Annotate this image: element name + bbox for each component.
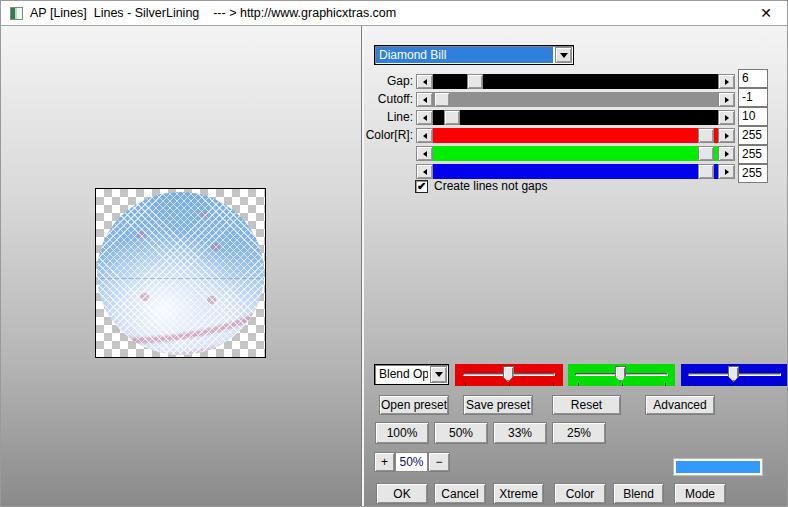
preset-dropdown[interactable]: Diamond Bill (374, 45, 574, 65)
arrow-left-icon (423, 79, 427, 85)
slider-thumb[interactable] (698, 146, 714, 161)
progress-bar-fill (676, 461, 760, 473)
color-g-slider[interactable] (416, 146, 735, 161)
slider-left-arrow[interactable] (416, 128, 433, 143)
color-button[interactable]: Color (554, 483, 606, 504)
arrow-left-icon (423, 115, 427, 121)
line-label: Line: (331, 110, 413, 125)
zoom-50-button[interactable]: 50% (434, 422, 488, 444)
tick-mark (665, 383, 666, 386)
slider-thumb[interactable] (698, 164, 714, 179)
title-bar: AP [Lines] Lines - SilverLining --- > ht… (1, 1, 787, 25)
diamond-lattice-overlay (97, 192, 264, 355)
create-lines-checkbox-row: ✔ Create lines not gaps (415, 179, 547, 193)
gap-value-field[interactable]: 6 (738, 69, 768, 88)
slider-track[interactable] (433, 74, 718, 89)
blend-options-dropdown[interactable]: Blend Opti (374, 364, 449, 385)
arrow-right-icon (725, 151, 729, 157)
slider-right-arrow[interactable] (718, 164, 735, 179)
zoom-100-button[interactable]: 100% (375, 422, 429, 444)
xtreme-button[interactable]: Xtreme (493, 483, 544, 504)
slider-left-arrow[interactable] (416, 110, 433, 125)
slider-track[interactable] (433, 164, 718, 179)
window-title: AP [Lines] Lines - SilverLining --- > ht… (30, 6, 396, 20)
arrow-left-icon (423, 151, 427, 157)
arrow-right-icon (725, 79, 729, 85)
preset-dropdown-value: Diamond Bill (376, 47, 553, 63)
slider-right-arrow[interactable] (718, 92, 735, 107)
slider-left-arrow[interactable] (416, 74, 433, 89)
tick-mark (465, 383, 466, 386)
reset-button[interactable]: Reset (552, 395, 621, 415)
arrow-right-icon (725, 133, 729, 139)
slider-thumb[interactable] (467, 74, 483, 89)
close-icon[interactable]: ✕ (755, 3, 777, 23)
preset-dropdown-button[interactable] (555, 47, 572, 63)
slider-thumb[interactable] (434, 92, 450, 107)
blue-trackbar[interactable] (681, 364, 788, 386)
slider-track[interactable] (433, 92, 718, 107)
blend-options-button[interactable] (430, 366, 447, 383)
trackbar-thumb[interactable] (615, 366, 626, 382)
slider-track[interactable] (433, 110, 718, 125)
trackbar-thumb[interactable] (503, 366, 514, 382)
zoom-decrease-button[interactable]: − (428, 452, 450, 472)
tick-mark (622, 383, 623, 386)
chevron-down-icon (435, 372, 443, 377)
blend-button[interactable]: Blend (613, 483, 664, 504)
slider-thumb[interactable] (444, 110, 460, 125)
mode-button[interactable]: Mode (674, 483, 726, 504)
slider-right-arrow[interactable] (718, 74, 735, 89)
chevron-down-icon (560, 53, 568, 58)
tick-mark (778, 383, 779, 386)
slider-right-arrow[interactable] (718, 128, 735, 143)
plugin-window: AP [Lines] Lines - SilverLining --- > ht… (0, 0, 788, 507)
arrow-left-icon (423, 169, 427, 175)
cutoff-label: Cutoff: (331, 92, 413, 107)
tick-mark (735, 383, 736, 386)
zoom-25-button[interactable]: 25% (552, 422, 606, 444)
tick-mark (509, 383, 510, 386)
zoom-33-button[interactable]: 33% (493, 422, 547, 444)
app-icon (10, 7, 23, 20)
create-lines-checkbox[interactable]: ✔ (415, 180, 428, 193)
trackbar-thumb[interactable] (728, 366, 739, 382)
ok-button[interactable]: OK (376, 483, 428, 504)
green-trackbar[interactable] (568, 364, 675, 386)
open-preset-button[interactable]: Open preset (379, 395, 449, 415)
color-b-value-field[interactable]: 255 (738, 164, 768, 183)
slider-left-arrow[interactable] (416, 92, 433, 107)
line-slider[interactable] (416, 110, 735, 125)
color-r-label: Color[R]: (331, 128, 413, 143)
gap-slider[interactable] (416, 74, 735, 89)
arrow-left-icon (423, 133, 427, 139)
cutoff-value-field[interactable]: -1 (738, 88, 768, 107)
red-trackbar[interactable] (455, 364, 563, 386)
slider-track[interactable] (433, 128, 718, 143)
slider-right-arrow[interactable] (718, 146, 735, 161)
cancel-button[interactable]: Cancel (434, 483, 486, 504)
slider-left-arrow[interactable] (416, 146, 433, 161)
preview-canvas[interactable] (95, 188, 266, 358)
slider-right-arrow[interactable] (718, 110, 735, 125)
color-b-slider[interactable] (416, 164, 735, 179)
slider-left-arrow[interactable] (416, 164, 433, 179)
color-r-slider[interactable] (416, 128, 735, 143)
gap-label: Gap: (331, 74, 413, 89)
arrow-right-icon (725, 169, 729, 175)
cutoff-slider[interactable] (416, 92, 735, 107)
arrow-left-icon (423, 97, 427, 103)
zoom-increase-button[interactable]: + (374, 452, 395, 472)
preview-pattern-sphere (97, 192, 264, 355)
dialog-content: Diamond Bill Gap: Cutoff: Line: Color[R]… (1, 25, 787, 507)
color-r-value-field[interactable]: 255 (738, 126, 768, 145)
advanced-button[interactable]: Advanced (645, 395, 715, 415)
create-lines-checkbox-label: Create lines not gaps (434, 179, 547, 193)
tick-mark (578, 383, 579, 386)
line-value-field[interactable]: 10 (738, 107, 768, 126)
slider-thumb[interactable] (698, 128, 714, 143)
save-preset-button[interactable]: Save preset (463, 395, 533, 415)
color-g-value-field[interactable]: 255 (738, 145, 768, 164)
zoom-level-field: 50% (395, 452, 428, 472)
slider-track[interactable] (433, 146, 718, 161)
